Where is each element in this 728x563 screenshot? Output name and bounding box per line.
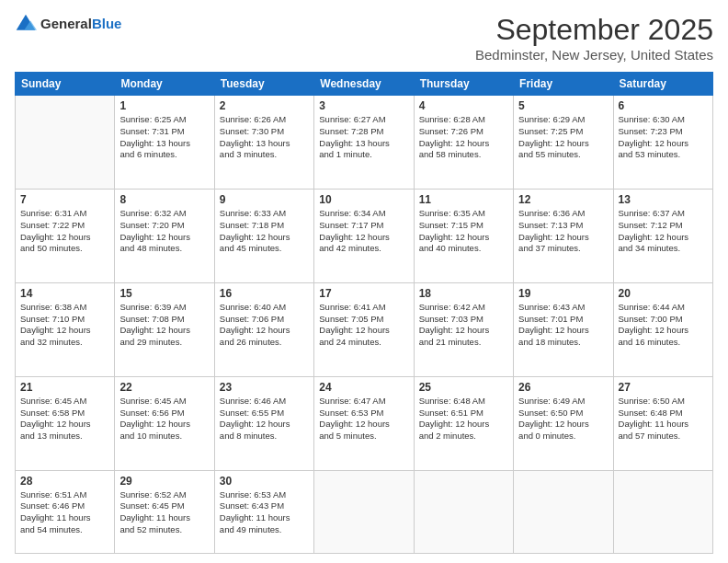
calendar-cell: 17Sunrise: 6:41 AM Sunset: 7:05 PM Dayli… [314,282,414,376]
day-number: 27 [619,381,708,394]
day-info: Sunrise: 6:50 AM Sunset: 6:48 PM Dayligh… [619,396,708,442]
week-row-3: 21Sunrise: 6:45 AM Sunset: 6:58 PM Dayli… [16,376,713,470]
calendar-cell: 25Sunrise: 6:48 AM Sunset: 6:51 PM Dayli… [414,376,513,470]
day-number: 13 [619,193,708,206]
day-number: 29 [119,475,209,488]
location-title: Bedminster, New Jersey, United States [475,47,713,63]
day-info: Sunrise: 6:41 AM Sunset: 7:05 PM Dayligh… [319,302,408,349]
day-number: 9 [220,193,309,206]
calendar-cell: 9Sunrise: 6:33 AM Sunset: 7:18 PM Daylig… [214,189,313,282]
day-number: 5 [518,99,608,112]
day-info: Sunrise: 6:40 AM Sunset: 7:06 PM Dayligh… [220,302,309,349]
day-info: Sunrise: 6:36 AM Sunset: 7:13 PM Dayligh… [518,208,608,255]
logo: GeneralBlue [15,13,121,35]
day-number: 20 [619,287,708,300]
day-number: 23 [220,381,309,394]
calendar-cell: 12Sunrise: 6:36 AM Sunset: 7:13 PM Dayli… [514,189,613,282]
calendar-cell: 30Sunrise: 6:53 AM Sunset: 6:43 PM Dayli… [214,470,313,553]
day-info: Sunrise: 6:28 AM Sunset: 7:26 PM Dayligh… [419,114,508,161]
day-number: 11 [419,193,508,206]
day-number: 19 [518,287,608,300]
day-number: 15 [119,287,209,300]
calendar-table: SundayMondayTuesdayWednesdayThursdayFrid… [15,72,713,554]
day-number: 10 [319,193,408,206]
day-info: Sunrise: 6:51 AM Sunset: 6:46 PM Dayligh… [20,489,109,536]
day-info: Sunrise: 6:47 AM Sunset: 6:53 PM Dayligh… [319,396,408,442]
calendar-cell: 22Sunrise: 6:45 AM Sunset: 6:56 PM Dayli… [115,376,214,470]
logo-icon [15,13,37,35]
page: GeneralBlue September 2025 Bedminster, N… [0,0,728,563]
logo-general: General [40,16,92,31]
day-number: 12 [518,193,608,206]
calendar-cell [314,470,414,553]
calendar-cell [613,470,712,553]
day-info: Sunrise: 6:33 AM Sunset: 7:18 PM Dayligh… [220,208,309,255]
day-info: Sunrise: 6:37 AM Sunset: 7:12 PM Dayligh… [619,208,708,255]
day-info: Sunrise: 6:42 AM Sunset: 7:03 PM Dayligh… [419,302,508,349]
day-info: Sunrise: 6:52 AM Sunset: 6:45 PM Dayligh… [119,489,209,536]
column-header-thursday: Thursday [414,73,513,96]
calendar-cell: 21Sunrise: 6:45 AM Sunset: 6:58 PM Dayli… [16,376,115,470]
day-number: 2 [220,99,309,112]
day-info: Sunrise: 6:35 AM Sunset: 7:15 PM Dayligh… [419,208,508,255]
column-header-sunday: Sunday [16,73,115,96]
day-number: 14 [20,287,109,300]
column-header-friday: Friday [514,73,613,96]
title-block: September 2025 Bedminster, New Jersey, U… [475,13,713,63]
calendar-cell [16,96,115,190]
calendar-cell: 26Sunrise: 6:49 AM Sunset: 6:50 PM Dayli… [514,376,613,470]
day-info: Sunrise: 6:46 AM Sunset: 6:55 PM Dayligh… [220,396,309,442]
day-info: Sunrise: 6:45 AM Sunset: 6:56 PM Dayligh… [119,396,209,442]
column-header-wednesday: Wednesday [314,73,414,96]
header: GeneralBlue September 2025 Bedminster, N… [15,13,713,63]
day-info: Sunrise: 6:30 AM Sunset: 7:23 PM Dayligh… [619,114,708,161]
day-number: 30 [220,475,309,488]
calendar-cell: 7Sunrise: 6:31 AM Sunset: 7:22 PM Daylig… [16,189,115,282]
calendar-cell: 2Sunrise: 6:26 AM Sunset: 7:30 PM Daylig… [214,96,313,190]
day-number: 28 [20,475,109,488]
day-info: Sunrise: 6:44 AM Sunset: 7:00 PM Dayligh… [619,302,708,349]
calendar-cell: 18Sunrise: 6:42 AM Sunset: 7:03 PM Dayli… [414,282,513,376]
calendar-cell: 6Sunrise: 6:30 AM Sunset: 7:23 PM Daylig… [613,96,712,190]
calendar-cell: 14Sunrise: 6:38 AM Sunset: 7:10 PM Dayli… [16,282,115,376]
day-number: 25 [419,381,508,394]
day-info: Sunrise: 6:53 AM Sunset: 6:43 PM Dayligh… [220,489,309,536]
day-info: Sunrise: 6:49 AM Sunset: 6:50 PM Dayligh… [518,396,608,442]
calendar-cell: 5Sunrise: 6:29 AM Sunset: 7:25 PM Daylig… [514,96,613,190]
calendar-cell: 28Sunrise: 6:51 AM Sunset: 6:46 PM Dayli… [16,470,115,553]
logo-blue: Blue [92,16,122,31]
week-row-4: 28Sunrise: 6:51 AM Sunset: 6:46 PM Dayli… [16,470,713,553]
day-number: 6 [619,99,708,112]
day-info: Sunrise: 6:34 AM Sunset: 7:17 PM Dayligh… [319,208,408,255]
day-info: Sunrise: 6:45 AM Sunset: 6:58 PM Dayligh… [20,396,109,442]
day-info: Sunrise: 6:27 AM Sunset: 7:28 PM Dayligh… [319,114,408,161]
calendar-cell: 20Sunrise: 6:44 AM Sunset: 7:00 PM Dayli… [613,282,712,376]
calendar-cell: 27Sunrise: 6:50 AM Sunset: 6:48 PM Dayli… [613,376,712,470]
day-info: Sunrise: 6:29 AM Sunset: 7:25 PM Dayligh… [518,114,608,161]
day-number: 8 [119,193,209,206]
calendar-cell [414,470,513,553]
day-info: Sunrise: 6:25 AM Sunset: 7:31 PM Dayligh… [119,114,209,161]
day-info: Sunrise: 6:26 AM Sunset: 7:30 PM Dayligh… [220,114,309,161]
calendar-cell: 8Sunrise: 6:32 AM Sunset: 7:20 PM Daylig… [115,189,214,282]
day-number: 24 [319,381,408,394]
calendar-cell: 16Sunrise: 6:40 AM Sunset: 7:06 PM Dayli… [214,282,313,376]
calendar-cell: 4Sunrise: 6:28 AM Sunset: 7:26 PM Daylig… [414,96,513,190]
day-number: 18 [419,287,508,300]
calendar-cell: 13Sunrise: 6:37 AM Sunset: 7:12 PM Dayli… [613,189,712,282]
day-number: 22 [119,381,209,394]
calendar-cell: 23Sunrise: 6:46 AM Sunset: 6:55 PM Dayli… [214,376,313,470]
calendar-cell: 15Sunrise: 6:39 AM Sunset: 7:08 PM Dayli… [115,282,214,376]
week-row-2: 14Sunrise: 6:38 AM Sunset: 7:10 PM Dayli… [16,282,713,376]
calendar-cell: 11Sunrise: 6:35 AM Sunset: 7:15 PM Dayli… [414,189,513,282]
day-number: 3 [319,99,408,112]
week-row-1: 7Sunrise: 6:31 AM Sunset: 7:22 PM Daylig… [16,189,713,282]
day-info: Sunrise: 6:48 AM Sunset: 6:51 PM Dayligh… [419,396,508,442]
column-header-tuesday: Tuesday [214,73,313,96]
calendar-cell: 1Sunrise: 6:25 AM Sunset: 7:31 PM Daylig… [115,96,214,190]
day-number: 17 [319,287,408,300]
day-info: Sunrise: 6:31 AM Sunset: 7:22 PM Dayligh… [20,208,109,255]
day-info: Sunrise: 6:39 AM Sunset: 7:08 PM Dayligh… [119,302,209,349]
column-header-saturday: Saturday [613,73,712,96]
week-row-0: 1Sunrise: 6:25 AM Sunset: 7:31 PM Daylig… [16,96,713,190]
